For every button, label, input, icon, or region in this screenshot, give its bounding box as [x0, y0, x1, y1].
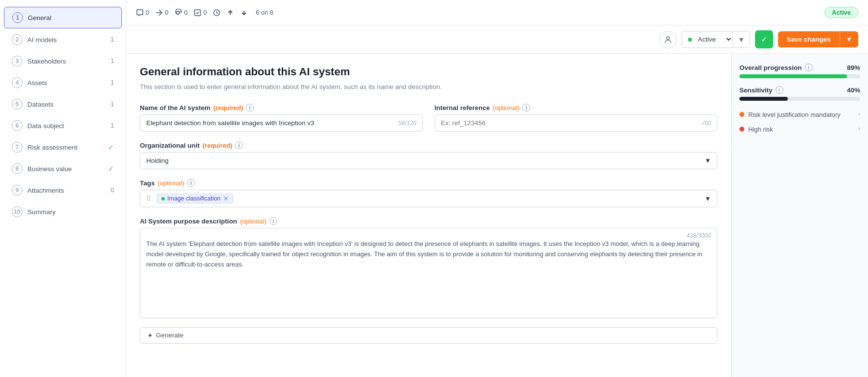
save-changes-dropdown[interactable]: ▼ [840, 31, 858, 47]
sidebar-item-stakeholders[interactable]: 3 Stakeholders 1 [4, 51, 122, 71]
tag-label: Image classification [167, 195, 221, 202]
sidebar-check-icon: ✓ [108, 165, 114, 173]
sidebar-badge: 1 [111, 36, 114, 43]
internal-ref-input-wrapper: -/50 [435, 114, 718, 132]
sidebar-item-business-value[interactable]: 8 Business value ✓ [4, 158, 122, 179]
sidebar-num: 2 [12, 34, 22, 45]
sidebar-badge: 1 [111, 79, 114, 86]
drag-handle-icon: ⠿ [146, 195, 151, 202]
status-select[interactable]: Active Inactive [696, 31, 733, 47]
flow-icon-group[interactable]: 0 [155, 9, 168, 17]
alert-text: High risk [748, 125, 854, 134]
arrow-up-icon[interactable] [226, 9, 234, 17]
action-bar: Active Inactive ▼ ✓ Save changes ▼ [126, 25, 868, 54]
mention-icon-group[interactable]: 0 [174, 9, 187, 17]
sidebar-num: 1 [12, 12, 23, 23]
sidebar-num: 4 [12, 77, 22, 88]
sidebar-badge: 1 [111, 122, 114, 129]
sidebar-label: Data subject [27, 122, 106, 130]
task-icon-group[interactable]: 0 [194, 9, 207, 17]
status-select-wrapper: Active Inactive ▼ [682, 31, 750, 48]
form-group-name: Name of the AI system (required) i 58/12… [140, 104, 423, 132]
user-icon-button[interactable] [659, 31, 677, 48]
comment-icon-group[interactable]: 0 [136, 9, 149, 17]
alert-item: High risk › [739, 125, 860, 134]
sidebar-label: Assets [27, 79, 106, 87]
name-input[interactable] [146, 119, 399, 127]
clock-icon[interactable] [213, 9, 221, 17]
name-label: Name of the AI system (required) i [140, 104, 423, 111]
flow-count: 0 [165, 9, 168, 16]
active-badge: Active [824, 7, 858, 18]
sidebar-badge: 0 [111, 187, 114, 194]
sidebar-num: 9 [12, 185, 22, 196]
purpose-textarea-body: The AI system 'Elephant detection from s… [140, 239, 717, 318]
progression-info-icon[interactable]: i [805, 64, 813, 71]
form-group-internal-ref: Internal reference (optional) i -/50 [435, 104, 718, 132]
sidebar-num: 10 [12, 206, 22, 217]
status-dot [688, 38, 692, 42]
purpose-textarea-wrapper: 438/3000 The AI system 'Elephant detecti… [140, 228, 717, 318]
name-char-count: 58/120 [399, 120, 417, 127]
sidebar-label: Risk assessment [27, 144, 103, 151]
sidebar-label: Attachments [27, 187, 106, 194]
page-title: General information about this AI system [140, 66, 717, 78]
name-input-wrapper: 58/120 [140, 114, 423, 132]
arrow-down-icon[interactable] [240, 9, 248, 17]
sensitivity-info-icon[interactable]: i [776, 86, 783, 94]
alert-arrow-icon[interactable]: › [858, 125, 860, 132]
sidebar-num: 5 [12, 99, 22, 110]
internal-ref-info-icon[interactable]: i [522, 104, 530, 111]
tags-chevron-icon: ▼ [705, 195, 711, 202]
name-info-icon[interactable]: i [246, 104, 254, 111]
save-btn-group: Save changes ▼ [778, 31, 858, 47]
form-area: General information about this AI system… [126, 54, 731, 377]
tags-info-icon[interactable]: i [187, 179, 195, 187]
progression-row: Overall progression i 89% [739, 64, 860, 71]
sidebar-label: Business value [27, 165, 103, 173]
sidebar-item-general[interactable]: 1 General [4, 7, 122, 28]
alert-arrow-icon[interactable]: › [858, 111, 860, 117]
alerts-container: Risk level justification mandatory › Hig… [739, 111, 860, 134]
mention-count: 0 [184, 9, 187, 16]
sidebar-num: 3 [12, 56, 22, 67]
sidebar-item-ai-models[interactable]: 2 AI models 1 [4, 29, 122, 50]
internal-ref-label: Internal reference (optional) i [435, 104, 718, 111]
sensitivity-bar-bg [739, 97, 860, 101]
tags-label: Tags (optional) i [140, 179, 717, 187]
org-unit-required: (required) [202, 142, 232, 149]
purpose-textarea[interactable]: The AI system 'Elephant detection from s… [146, 239, 711, 310]
sidebar-num: 6 [12, 120, 22, 131]
sidebar-badge: 1 [111, 58, 114, 65]
sidebar-item-summary[interactable]: 10 Summary [4, 201, 122, 222]
sidebar-item-risk-assessment[interactable]: 7 Risk assessment ✓ [4, 137, 122, 157]
name-required: (required) [213, 104, 243, 111]
sidebar-item-datasets[interactable]: 5 Datasets 1 [4, 94, 122, 114]
status-dropdown-arrow[interactable]: ▼ [733, 32, 750, 47]
sidebar-num: 8 [12, 163, 22, 174]
generate-button[interactable]: ✦ Generate [140, 327, 717, 344]
sidebar-item-assets[interactable]: 4 Assets 1 [4, 72, 122, 93]
generate-icon: ✦ [147, 332, 153, 339]
sidebar-badge: 1 [111, 101, 114, 108]
save-changes-button[interactable]: Save changes [778, 31, 840, 47]
progression-bar-bg [739, 74, 860, 78]
confirm-button[interactable]: ✓ [755, 30, 773, 48]
form-group-purpose: AI System purpose description (optional)… [140, 217, 717, 344]
progression-pct: 89% [847, 64, 860, 71]
purpose-info-icon[interactable]: i [269, 217, 277, 225]
org-unit-select[interactable]: Holding ▼ [140, 152, 717, 169]
pagination-text: 6 on 8 [256, 9, 273, 16]
sidebar-item-attachments[interactable]: 9 Attachments 0 [4, 180, 122, 200]
alert-item: Risk level justification mandatory › [739, 111, 860, 119]
main-content: 0 0 0 0 6 on 8 Active [126, 0, 868, 377]
internal-ref-optional: (optional) [493, 104, 519, 111]
internal-ref-input[interactable] [441, 119, 701, 127]
sidebar: 1 General 2 AI models 1 3 Stakeholders 1… [0, 0, 126, 377]
task-count: 0 [203, 9, 207, 16]
tag-remove-button[interactable]: ✕ [223, 195, 229, 202]
org-unit-info-icon[interactable]: i [235, 141, 243, 149]
sidebar-item-data-subject[interactable]: 6 Data subject 1 [4, 115, 122, 136]
tags-input[interactable]: ⠿ Image classification ✕ ▼ [140, 190, 717, 207]
sidebar-label: Datasets [27, 101, 106, 108]
